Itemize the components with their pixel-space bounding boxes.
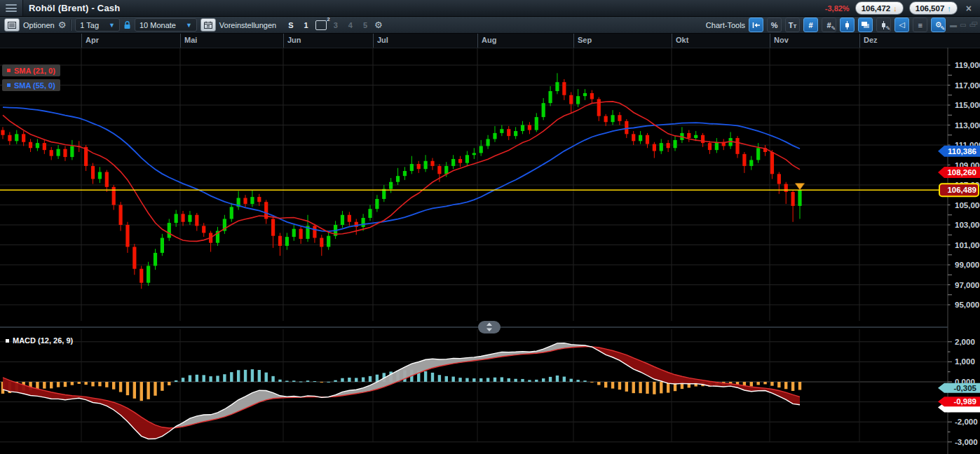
white-square-icon <box>6 339 9 343</box>
chart-tools-label: Chart-Tools <box>706 21 745 29</box>
sma21-legend-label: SMA (21, 0) <box>14 67 55 75</box>
close-icon[interactable]: × <box>963 3 974 14</box>
month-separator <box>373 34 374 48</box>
month-label: Okt <box>676 36 688 44</box>
pane-splitter[interactable] <box>0 321 948 333</box>
range-dropdown[interactable]: 10 Monate ▼ <box>135 18 197 32</box>
sma21-legend[interactable]: SMA (21, 0) <box>2 64 60 76</box>
percent-scale-button[interactable]: % <box>767 18 782 32</box>
callout-icon: ◁ <box>899 20 904 29</box>
time-axis-header[interactable]: AprMaiJunJulAugSepOktNovDez <box>0 34 980 48</box>
month-separator <box>859 34 860 48</box>
calendar-button[interactable] <box>200 18 216 32</box>
macd-ribbon <box>3 343 800 439</box>
grid-toggle-button[interactable]: # <box>803 18 818 32</box>
price-up-arrow-icon: ↑ <box>947 4 951 13</box>
month-label: Jul <box>377 36 388 44</box>
lines-icon: ≡ <box>918 21 922 29</box>
svg-text:-2,000: -2,000 <box>955 418 978 426</box>
month-label: Nov <box>774 36 789 44</box>
red-square-icon <box>7 69 11 72</box>
change-percent: -3,82% <box>825 4 850 13</box>
gear-icon[interactable]: ⚙ <box>58 20 67 29</box>
sell-price-button[interactable]: 106,472 ↓ <box>855 1 904 15</box>
month-separator <box>180 34 181 48</box>
range-value: 10 Monate <box>139 21 176 29</box>
layout-button-4[interactable]: 4 <box>345 21 356 29</box>
layout-switcher: S 1 2 3 4 5 ⚙ <box>280 17 387 33</box>
month-separator <box>770 34 770 48</box>
windows-layout-button[interactable] <box>858 18 873 32</box>
layout-button-2[interactable]: 2 <box>315 20 327 30</box>
price-axis[interactable]: 119,000117,000115,000113,000111,000109,0… <box>948 48 980 454</box>
svg-text:115,000: 115,000 <box>955 101 980 109</box>
month-separator <box>573 34 574 48</box>
chevron-down-icon: ▼ <box>109 22 115 29</box>
layout-button-3[interactable]: 3 <box>330 21 341 29</box>
svg-text:108,260: 108,260 <box>947 168 976 177</box>
month-separator <box>672 34 672 48</box>
arrow-to-bar-icon <box>752 22 761 29</box>
gear-icon[interactable]: ⚙ <box>374 20 383 29</box>
month-label: Dez <box>864 36 878 44</box>
grid-icon: # <box>809 21 813 29</box>
text-tool-icon: TT <box>789 21 797 29</box>
annotation-button[interactable]: ◁ <box>894 18 909 32</box>
percent-icon: % <box>771 21 778 29</box>
snap-back-button[interactable] <box>749 18 763 32</box>
pencil-icon: ✎ <box>885 26 890 32</box>
hamburger-icon <box>6 4 17 12</box>
svg-text:119,000: 119,000 <box>955 61 980 69</box>
candle-edit-button[interactable]: ✎ <box>876 18 891 32</box>
layout-button-s[interactable]: S <box>285 21 297 29</box>
month-separator <box>477 34 478 48</box>
period-dropdown[interactable]: 1 Tag ▼ <box>75 18 120 32</box>
line-style-button[interactable]: ≡ <box>913 18 927 32</box>
restore-icon[interactable]: ▭ <box>960 21 966 29</box>
month-label: Aug <box>482 36 496 44</box>
minimize-icon[interactable]: ▬ <box>950 21 957 29</box>
list-view-button[interactable] <box>4 18 20 32</box>
svg-text:97,000: 97,000 <box>955 281 979 289</box>
calendar-icon <box>204 21 212 29</box>
cascade-icon[interactable]: ▭▭ <box>969 21 976 29</box>
macd-legend[interactable]: MACD (12, 26, 9) <box>6 336 73 345</box>
svg-text:2,000: 2,000 <box>955 338 975 346</box>
svg-text:-0,989: -0,989 <box>953 397 976 406</box>
buy-price-value: 106,507 <box>916 4 945 13</box>
month-separator <box>81 34 82 48</box>
svg-text:1,000: 1,000 <box>955 357 975 366</box>
period-value: 1 Tag <box>80 21 99 29</box>
candlesticks <box>1 73 801 289</box>
text-tool-button[interactable]: TT <box>785 18 800 32</box>
svg-text:99,000: 99,000 <box>955 261 979 269</box>
main-menu-button[interactable] <box>0 0 23 16</box>
lock-icon[interactable] <box>123 20 131 29</box>
grid-edit-button[interactable]: #✎ <box>822 18 836 32</box>
layout-button-5[interactable]: 5 <box>360 21 371 29</box>
month-label: Apr <box>86 36 99 44</box>
blue-square-icon <box>7 83 11 87</box>
current-price-line <box>0 184 948 191</box>
svg-text:110,386: 110,386 <box>948 147 976 156</box>
window-controls: ▬ ▭ ▭▭ <box>950 21 980 29</box>
options-menu[interactable]: Optionen <box>23 21 55 29</box>
title-bar: Rohöl (Brent) - Cash -3,82% 106,472 ↓ 10… <box>0 0 980 17</box>
candlestick-style-button[interactable] <box>840 18 855 32</box>
list-icon <box>8 22 16 29</box>
chevron-down-icon: ▼ <box>186 22 192 29</box>
layout-button-1[interactable]: 1 <box>301 21 312 29</box>
svg-text:95,000: 95,000 <box>955 301 979 309</box>
svg-text:103,000: 103,000 <box>955 221 980 229</box>
chart-canvas[interactable]: 119,000117,000115,000113,000111,000109,0… <box>0 48 980 454</box>
chart-toolbar: Optionen ⚙ 1 Tag ▼ 10 Monate ▼ Voreinste… <box>0 17 980 34</box>
sma55-legend[interactable]: SMA (55, 0) <box>2 79 60 91</box>
windows-icon <box>862 22 867 26</box>
presets-menu[interactable]: Voreinstellungen <box>219 21 276 29</box>
sma55-legend-label: SMA (55, 0) <box>14 81 55 90</box>
svg-text:-3,000: -3,000 <box>955 438 978 446</box>
month-separator <box>283 34 284 48</box>
settings-edit-button[interactable]: ⚙✎ <box>931 18 946 32</box>
buy-price-button[interactable]: 106,507 ↑ <box>909 1 958 15</box>
sell-price-value: 106,472 <box>862 4 891 13</box>
